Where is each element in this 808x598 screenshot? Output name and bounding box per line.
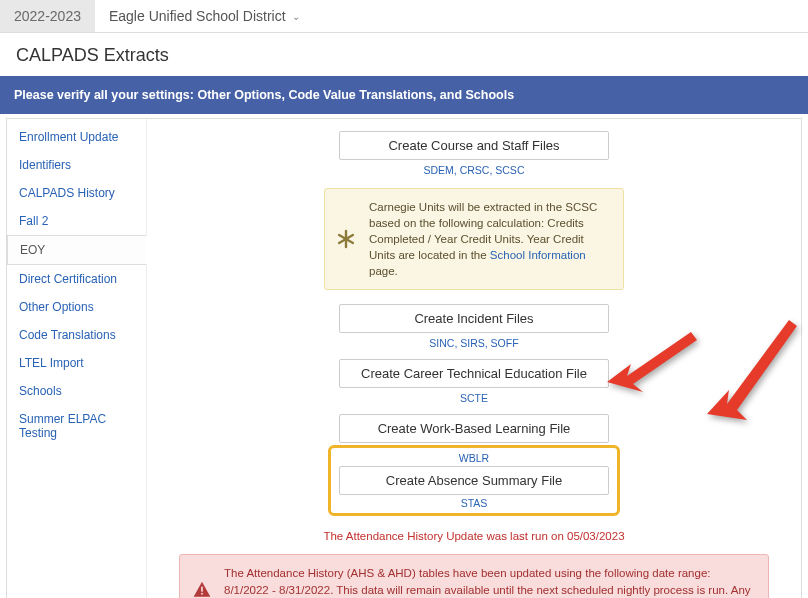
- district-dropdown[interactable]: Eagle Unified School District ⌄: [95, 0, 314, 32]
- incident-codes: SINC, SIRS, SOFF: [429, 337, 518, 349]
- main-container: Enrollment Update Identifiers CALPADS Hi…: [6, 118, 802, 598]
- sidebar-item-code-translations[interactable]: Code Translations: [7, 321, 146, 349]
- sidebar-item-direct-certification[interactable]: Direct Certification: [7, 265, 146, 293]
- sidebar-item-summer-elpac-testing[interactable]: Summer ELPAC Testing: [7, 405, 146, 447]
- sidebar-item-other-options[interactable]: Other Options: [7, 293, 146, 321]
- absence-highlight-frame: WBLR Create Absence Summary File STAS: [328, 445, 620, 516]
- asterisk-icon: [335, 228, 357, 250]
- svg-rect-5: [201, 593, 203, 595]
- chevron-down-icon: ⌄: [292, 11, 300, 22]
- create-cte-button[interactable]: Create Career Technical Education File: [339, 359, 609, 388]
- carnegie-text-2: page.: [369, 265, 398, 277]
- course-staff-codes: SDEM, CRSC, SCSC: [424, 164, 525, 176]
- sidebar: Enrollment Update Identifiers CALPADS Hi…: [7, 119, 147, 598]
- sidebar-item-fall-2[interactable]: Fall 2: [7, 207, 146, 235]
- carnegie-note: Carnegie Units will be extracted in the …: [324, 188, 624, 290]
- sidebar-item-schools[interactable]: Schools: [7, 377, 146, 405]
- attendance-alert: The Attendance History (AHS & AHD) table…: [179, 554, 769, 598]
- content-panel: Create Course and Staff Files SDEM, CRSC…: [147, 119, 801, 598]
- sidebar-item-enrollment-update[interactable]: Enrollment Update: [7, 123, 146, 151]
- absence-codes: STAS: [461, 497, 488, 509]
- svg-rect-4: [201, 586, 203, 591]
- create-incident-button[interactable]: Create Incident Files: [339, 304, 609, 333]
- warning-icon: [192, 580, 212, 598]
- wbl-codes: WBLR: [459, 452, 489, 464]
- sidebar-item-identifiers[interactable]: Identifiers: [7, 151, 146, 179]
- school-information-link[interactable]: School Information: [490, 249, 586, 261]
- create-wbl-button[interactable]: Create Work-Based Learning File: [339, 414, 609, 443]
- sidebar-item-calpads-history[interactable]: CALPADS History: [7, 179, 146, 207]
- topbar: 2022-2023 Eagle Unified School District …: [0, 0, 808, 33]
- verify-banner: Please verify all your settings: Other O…: [0, 76, 808, 114]
- sidebar-item-eoy[interactable]: EOY: [7, 235, 147, 265]
- page-title: CALPADS Extracts: [0, 33, 808, 76]
- district-label: Eagle Unified School District: [109, 8, 286, 24]
- alert-text: The Attendance History (AHS & AHD) table…: [224, 567, 751, 598]
- school-year-pill[interactable]: 2022-2023: [0, 0, 95, 32]
- attendance-status-line: The Attendance History Update was last r…: [323, 530, 624, 542]
- create-absence-summary-button[interactable]: Create Absence Summary File: [339, 466, 609, 495]
- sidebar-item-ltel-import[interactable]: LTEL Import: [7, 349, 146, 377]
- cte-codes: SCTE: [460, 392, 488, 404]
- create-course-staff-button[interactable]: Create Course and Staff Files: [339, 131, 609, 160]
